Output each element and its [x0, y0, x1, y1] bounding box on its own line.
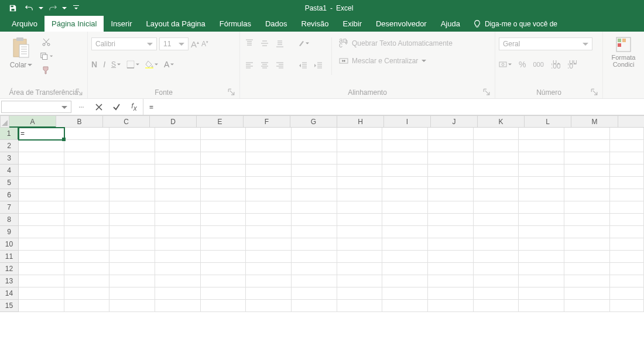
- cell[interactable]: [64, 263, 110, 275]
- cell[interactable]: [292, 140, 337, 152]
- cell[interactable]: [519, 189, 564, 201]
- column-header[interactable]: I: [384, 115, 431, 128]
- cell[interactable]: [201, 152, 246, 165]
- cell[interactable]: [246, 128, 292, 140]
- cell[interactable]: [564, 287, 610, 300]
- select-all-corner[interactable]: [0, 115, 9, 128]
- cell[interactable]: [610, 226, 644, 238]
- cell[interactable]: [64, 275, 110, 287]
- cell[interactable]: [382, 287, 428, 300]
- cell[interactable]: [201, 165, 246, 177]
- cut-button[interactable]: [40, 36, 53, 48]
- cell[interactable]: [564, 152, 610, 165]
- cell[interactable]: [109, 238, 155, 251]
- cell[interactable]: [201, 214, 246, 226]
- cell[interactable]: [246, 189, 292, 201]
- cell[interactable]: [474, 226, 519, 238]
- cell[interactable]: [109, 275, 155, 287]
- cell[interactable]: [109, 189, 155, 201]
- cell[interactable]: [155, 140, 201, 152]
- column-header[interactable]: K: [478, 115, 525, 128]
- cancel-button[interactable]: [90, 99, 108, 115]
- cell[interactable]: [337, 128, 383, 140]
- tab-arquivo[interactable]: Arquivo: [5, 16, 44, 32]
- cell[interactable]: [246, 214, 292, 226]
- row-header[interactable]: 9: [0, 226, 19, 238]
- column-header[interactable]: A: [9, 115, 56, 128]
- cell[interactable]: [564, 177, 610, 189]
- row-header[interactable]: 11: [0, 251, 19, 263]
- name-box[interactable]: [1, 101, 71, 113]
- cell[interactable]: [610, 165, 644, 177]
- cell[interactable]: [610, 287, 644, 300]
- cell[interactable]: [564, 238, 610, 251]
- underline-button[interactable]: S: [111, 60, 121, 69]
- cell[interactable]: [337, 189, 383, 201]
- decrease-font-button[interactable]: A▾: [201, 40, 208, 48]
- cell[interactable]: [519, 287, 564, 300]
- cell[interactable]: [519, 165, 564, 177]
- cell[interactable]: [474, 287, 519, 300]
- row-header[interactable]: 12: [0, 263, 19, 275]
- cell[interactable]: [610, 177, 644, 189]
- font-size-select[interactable]: 11: [159, 37, 189, 50]
- cell[interactable]: [474, 140, 519, 152]
- cell[interactable]: [109, 177, 155, 189]
- cell[interactable]: [337, 152, 383, 165]
- insert-function-button[interactable]: fx: [125, 99, 143, 115]
- cell[interactable]: [155, 214, 201, 226]
- cell[interactable]: [428, 275, 474, 287]
- cell[interactable]: [292, 238, 337, 251]
- dialog-launcher-icon[interactable]: [76, 88, 83, 95]
- cell[interactable]: [19, 238, 64, 251]
- cell[interactable]: [292, 201, 337, 214]
- merge-center-button[interactable]: Mesclar e Centralizar: [339, 56, 453, 66]
- cell[interactable]: [109, 251, 155, 263]
- cell[interactable]: [64, 152, 110, 165]
- bold-button[interactable]: N: [91, 60, 97, 69]
- cell[interactable]: [610, 128, 644, 140]
- cell[interactable]: [155, 152, 201, 165]
- cell[interactable]: [246, 275, 292, 287]
- dialog-launcher-icon[interactable]: [228, 88, 235, 95]
- increase-font-button[interactable]: A▴: [191, 39, 199, 49]
- column-header[interactable]: G: [290, 115, 337, 128]
- comma-button[interactable]: 000: [533, 61, 543, 68]
- cell[interactable]: =: [19, 128, 64, 140]
- cell[interactable]: [610, 275, 644, 287]
- functions-dropdown[interactable]: [73, 99, 90, 115]
- cell[interactable]: [337, 275, 383, 287]
- orientation-button[interactable]: [297, 37, 309, 49]
- font-color-button[interactable]: A: [164, 60, 174, 69]
- align-center-button[interactable]: [259, 60, 270, 71]
- decrease-indent-button[interactable]: [297, 60, 309, 71]
- cell[interactable]: [155, 177, 201, 189]
- cell[interactable]: [610, 140, 644, 152]
- align-right-button[interactable]: [274, 60, 286, 71]
- cell[interactable]: [292, 165, 337, 177]
- column-header[interactable]: J: [431, 115, 478, 128]
- cell[interactable]: [19, 214, 64, 226]
- cell[interactable]: [382, 140, 428, 152]
- row-header[interactable]: 6: [0, 189, 19, 201]
- cell[interactable]: [155, 263, 201, 275]
- cell[interactable]: [610, 300, 644, 312]
- row-header[interactable]: 7: [0, 201, 19, 214]
- cell[interactable]: [610, 263, 644, 275]
- cell[interactable]: [382, 251, 428, 263]
- cell[interactable]: [428, 238, 474, 251]
- row-header[interactable]: 10: [0, 238, 19, 251]
- dialog-launcher-icon[interactable]: [591, 88, 598, 95]
- column-header[interactable]: F: [244, 115, 290, 128]
- cell[interactable]: [64, 140, 110, 152]
- conditional-formatting-button[interactable]: Formata Condici: [609, 36, 638, 68]
- number-format-select[interactable]: Geral: [499, 37, 592, 50]
- cell[interactable]: [428, 201, 474, 214]
- cell[interactable]: [246, 152, 292, 165]
- cell[interactable]: [428, 189, 474, 201]
- cell[interactable]: [246, 201, 292, 214]
- decrease-decimal-button[interactable]: ,00,0: [567, 60, 577, 69]
- cell[interactable]: [64, 177, 110, 189]
- cell[interactable]: [201, 263, 246, 275]
- cell[interactable]: [519, 128, 564, 140]
